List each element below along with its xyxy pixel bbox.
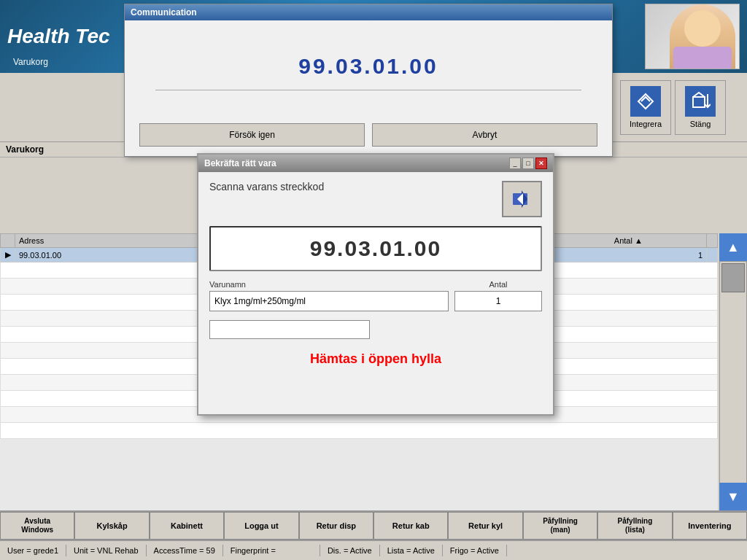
header-photo — [645, 4, 740, 69]
communication-dialog: Communication 99.03.01.00 Försök igen Av… — [124, 4, 613, 157]
pafyllning-lista-button[interactable]: Påfyllning(lista) — [597, 512, 672, 540]
pafyllning-man-button[interactable]: Påfyllning(man) — [523, 512, 597, 540]
status-user: User = grede1 — [0, 545, 66, 556]
back-arrow-icon — [511, 189, 533, 209]
integrera-icon — [630, 86, 661, 117]
app-title: Health Tec — [7, 25, 110, 47]
main-app: Health Tec Varukorg Integrera Stäng Va — [0, 0, 747, 560]
scroll-up-button[interactable]: ▲ — [719, 233, 747, 261]
kabinett-button[interactable]: Kabinett — [150, 512, 224, 540]
comm-dialog-content: 99.03.01.00 — [125, 20, 612, 120]
row-antal: 1 — [550, 248, 706, 262]
dialog-maximize-button[interactable]: □ — [522, 158, 534, 169]
th-arrow — [1, 234, 15, 248]
back-button[interactable] — [502, 181, 542, 217]
kylskap-button[interactable]: Kylskåp — [74, 512, 149, 540]
forsok-igen-button[interactable]: Försök igen — [139, 123, 365, 147]
comm-code-display: 99.03.01.00 — [298, 54, 438, 79]
comm-dialog-titlebar: Communication — [125, 4, 612, 20]
scroll-down-button[interactable]: ▼ — [719, 483, 747, 510]
varukorg-header-label: Varukorg — [13, 57, 48, 67]
integrera-button[interactable]: Integrera — [620, 80, 671, 135]
status-dis-active: Dis. = Active — [320, 545, 380, 556]
product-fields: Varunamn Antal — [209, 280, 542, 311]
varunamn-input[interactable] — [209, 291, 449, 311]
status-access-time: AccessTime = 59 — [147, 545, 223, 556]
integrera-label: Integrera — [630, 120, 662, 128]
extra-field-row — [209, 320, 542, 339]
bekrafta-dialog-title: Bekräfta rätt vara — [204, 158, 276, 168]
retur-kyl-button[interactable]: Retur kyl — [448, 512, 522, 540]
retur-disp-button[interactable]: Retur disp — [299, 512, 374, 540]
bekrafta-dialog: Bekräfta rätt vara _ □ ✕ Scanna varans s… — [197, 153, 554, 416]
bekrafta-dialog-content: Scanna varans streckkod 99.03.01.00 Varu… — [198, 172, 553, 414]
stang-icon — [685, 86, 716, 117]
bekrafta-header-row: Scanna varans streckkod — [209, 181, 542, 217]
table-row — [1, 423, 718, 439]
row-arrow: ▶ — [1, 248, 15, 262]
antal-field-group: Antal — [454, 280, 542, 311]
antal-input[interactable] — [454, 291, 542, 311]
barcode-display: 99.03.01.00 — [209, 226, 542, 271]
hamtas-text: Hämtas i öppen hylla — [209, 351, 542, 367]
varunamn-field-group: Varunamn — [209, 280, 449, 311]
dialog-minimize-button[interactable]: _ — [509, 158, 521, 169]
extra-input[interactable] — [209, 320, 370, 339]
th-empty — [707, 234, 718, 248]
inventering-button[interactable]: Inventering — [673, 512, 747, 540]
comm-dialog-buttons: Försök igen Avbryt — [125, 120, 612, 150]
th-antal: Antal ▲ — [550, 234, 706, 248]
row-extra — [707, 248, 718, 262]
stang-button[interactable]: Stäng — [675, 80, 726, 135]
dialog-controls: _ □ ✕ — [509, 158, 547, 169]
stang-label: Stäng — [690, 120, 711, 128]
varunamn-label: Varunamn — [209, 280, 449, 289]
logga-ut-button[interactable]: Logga ut — [224, 512, 298, 540]
status-frigo-active: Frigo = Active — [443, 545, 507, 556]
retur-kab-button[interactable]: Retur kab — [374, 512, 448, 540]
dialog-close-button[interactable]: ✕ — [535, 158, 547, 169]
bottom-toolbar: AvslutaWindows Kylskåp Kabinett Logga ut… — [0, 510, 747, 540]
scroll-thumb[interactable] — [721, 263, 745, 292]
antal-label: Antal — [454, 280, 542, 289]
status-lista-active: Lista = Active — [380, 545, 443, 556]
avsluta-windows-button[interactable]: AvslutaWindows — [0, 512, 74, 540]
avbryt-button[interactable]: Avbryt — [372, 123, 597, 147]
scan-label: Scanna varans streckkod — [209, 181, 324, 192]
status-unit: Unit = VNL Rehab — [66, 545, 147, 556]
comm-divider — [155, 90, 581, 90]
status-fingerprint: Fingerprint = — [223, 545, 320, 556]
health-tech-logo: Health Tec — [7, 25, 110, 48]
status-bar: User = grede1 Unit = VNL Rehab AccessTim… — [0, 540, 747, 560]
bekrafta-dialog-titlebar: Bekräfta rätt vara _ □ ✕ — [198, 155, 553, 172]
comm-dialog-title: Communication — [131, 7, 197, 18]
barcode-value: 99.03.01.00 — [310, 236, 441, 261]
scroll-track — [719, 261, 747, 487]
svg-rect-1 — [693, 97, 705, 107]
